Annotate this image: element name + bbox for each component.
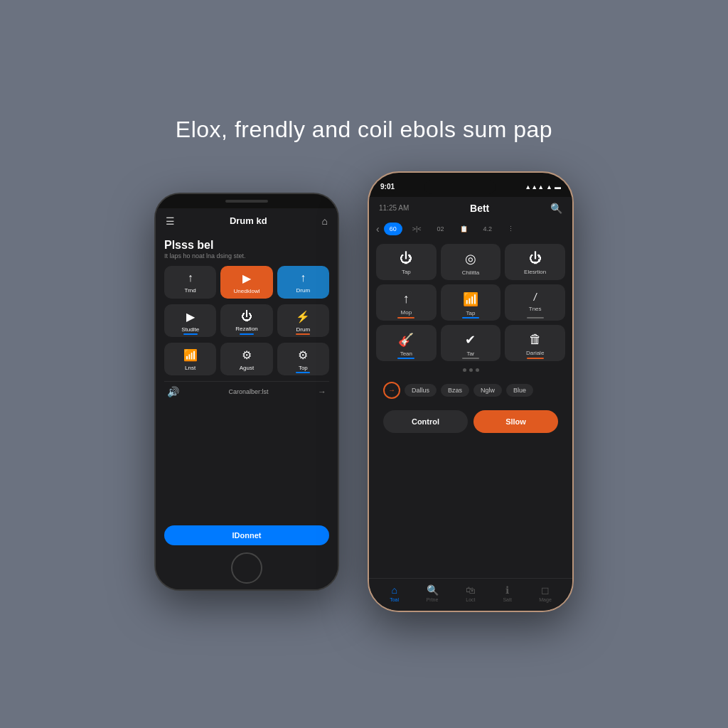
nav-loct[interactable]: 🛍 Loct	[466, 584, 476, 602]
tile-rezation[interactable]: ⏻ Rezation	[220, 304, 272, 337]
p2-tile-tar[interactable]: ✔ Tar	[441, 325, 501, 361]
tile-drum1[interactable]: ↑ Drum	[277, 266, 329, 299]
nav-satt[interactable]: ℹ Satt	[503, 584, 511, 602]
settings-label: Caronalber:lst	[228, 388, 268, 395]
tile-lnst-icon: 📶	[183, 348, 198, 362]
filter-arrow-button[interactable]: →	[383, 382, 400, 399]
tile-studlte-label: Studlte	[181, 326, 199, 333]
p2-tap1-icon: ⏻	[400, 251, 412, 266]
p2-tap2-label: Tap	[466, 310, 476, 316]
phone2-search-button[interactable]: 🔍	[550, 203, 562, 214]
tile-top-label: Top	[299, 365, 308, 371]
p2-tile-tap2[interactable]: 📶 Tap	[441, 284, 501, 321]
p2-tar-underline	[462, 358, 479, 359]
tile-drum1-label: Drum	[296, 287, 311, 294]
p2-tap1-label: Tap	[402, 269, 411, 275]
filter-bzas[interactable]: Bzas	[441, 384, 469, 397]
wifi-icon: ▲	[546, 183, 552, 191]
nav-satt-icon: ℹ	[505, 584, 509, 596]
tile-rezation-label: Rezation	[235, 326, 258, 332]
p2-elesrtion-label: Elesrtion	[524, 269, 546, 275]
p2-tean-underline	[397, 358, 414, 359]
tab-42[interactable]: 4.2	[478, 223, 498, 235]
battery-icon: ▬	[555, 183, 561, 191]
phone2-tabs: ‹ 60 >|< 02 📋 4.2 ⋮	[369, 220, 572, 238]
tile-unedklowl[interactable]: ▶ Unedklowl	[220, 266, 272, 299]
p2-tar-label: Tar	[466, 350, 474, 357]
p2-tile-elesrtion[interactable]: ⏻ Elesrtion	[505, 244, 565, 280]
phone1-heading: Plsss bel	[164, 238, 329, 252]
tab-back[interactable]: ‹	[376, 223, 380, 235]
phone1-tiles-row3: 📶 Lnst ⚙ Agust ⚙ Top	[164, 343, 329, 375]
settings-row: 🔊 Caronalber:lst →	[164, 381, 329, 402]
p2-tile-tean[interactable]: 🎸 Tean	[376, 325, 437, 361]
phone1-home-button[interactable]	[231, 552, 262, 584]
home-icon[interactable]: ⌂	[322, 215, 328, 227]
p2-tile-tap1[interactable]: ⏻ Tap	[376, 244, 437, 280]
tab-60[interactable]: 60	[384, 223, 402, 235]
tab-more[interactable]: ⋮	[502, 223, 520, 235]
p2-tap2-icon: 📶	[463, 291, 478, 307]
tile-studlte[interactable]: ▶ Studlte	[164, 304, 216, 337]
p2-dariale-label: Dariale	[526, 350, 544, 356]
tab-split[interactable]: >|<	[407, 223, 427, 235]
tile-trnd[interactable]: ↑ Trnd	[164, 266, 216, 299]
tile-drum2[interactable]: ⚡ Drum	[277, 304, 329, 337]
tile-top-underline	[296, 372, 310, 373]
p2-chilitta-icon: ◎	[465, 251, 476, 267]
phone2-filter-row: → Dallus Bzas Nglw Blue	[376, 379, 565, 402]
tile-lnst[interactable]: 📶 Lnst	[164, 343, 216, 375]
p2-tile-tnes[interactable]: / Tnes	[505, 284, 565, 321]
phone1-screen: ☰ Drum kd ⌂ Plsss bel It laps ho noat ln…	[156, 208, 338, 589]
tile-top[interactable]: ⚙ Top	[277, 343, 329, 375]
signal-icon: ▲▲▲	[525, 183, 544, 191]
show-button[interactable]: Sllow	[473, 410, 558, 433]
settings-arrow-icon[interactable]: →	[318, 387, 326, 397]
menu-icon[interactable]: ☰	[166, 215, 175, 227]
phone1-tiles-row1: ↑ Trnd ▶ Unedklowl ↑ Drum	[164, 266, 329, 299]
p2-elesrtion-icon: ⏻	[529, 251, 542, 266]
p2-tile-mop[interactable]: ↑ Mop	[376, 284, 437, 321]
tab-02[interactable]: 02	[432, 223, 450, 235]
dot-2	[469, 368, 473, 372]
tile-lnst-label: Lnst	[185, 365, 196, 371]
nav-loct-label: Loct	[466, 597, 475, 602]
nav-toal-icon: ⌂	[391, 584, 397, 596]
p2-tile-chilitta[interactable]: ◎ Chilitta	[441, 244, 501, 280]
filter-blue[interactable]: Blue	[506, 384, 533, 397]
tile-drum2-icon: ⚡	[296, 310, 310, 323]
tab-clip[interactable]: 📋	[454, 223, 473, 235]
nav-toal-label: Toal	[390, 597, 399, 602]
p2-mop-underline	[397, 317, 414, 318]
tile-trnd-label: Trnd	[185, 287, 196, 294]
phone1-nav-title: Drum kd	[230, 215, 267, 226]
p2-mop-icon: ↑	[403, 291, 410, 306]
phone2-tiles-row2: ↑ Mop 📶 Tap / Tnes	[376, 284, 565, 321]
connect-button[interactable]: IDonnet	[164, 525, 329, 545]
filter-nglw[interactable]: Nglw	[473, 384, 502, 397]
phone1-speaker	[225, 200, 268, 203]
tile-agust[interactable]: ⚙ Agust	[220, 343, 272, 375]
phone2-top-title: Bett	[470, 203, 489, 214]
dot-3	[476, 368, 479, 372]
phone1: ☰ Drum kd ⌂ Plsss bel It laps ho noat ln…	[154, 193, 339, 591]
p2-tean-label: Tean	[400, 350, 412, 357]
nav-prtne[interactable]: 🔍 Prtne	[427, 584, 439, 602]
settings-volume-icon: 🔊	[167, 386, 179, 397]
phone2-bottom-nav: ⌂ Toal 🔍 Prtne 🛍 Loct ℹ Satt ◻ Mage	[369, 578, 572, 611]
p2-tile-dariale[interactable]: 🗑 Dariale	[505, 325, 565, 361]
control-button[interactable]: Control	[383, 410, 468, 433]
dot-1	[463, 368, 466, 372]
tile-unedklowl-icon: ▶	[242, 272, 251, 285]
nav-mage[interactable]: ◻ Mage	[539, 584, 552, 602]
filter-dallus[interactable]: Dallus	[405, 384, 437, 397]
phone2-time: 9:01	[380, 183, 395, 191]
nav-prtne-label: Prtne	[427, 597, 439, 602]
nav-toal[interactable]: ⌂ Toal	[390, 584, 399, 602]
tile-studlte-icon: ▶	[186, 310, 195, 323]
phones-container: ☰ Drum kd ⌂ Plsss bel It laps ho noat ln…	[154, 171, 574, 612]
phone2-tiles-row1: ⏻ Tap ◎ Chilitta ⏻ Elesrtion	[376, 244, 565, 280]
phone2-tiles-row3: 🎸 Tean ✔ Tar 🗑 Dariale	[376, 325, 565, 361]
page-title: Elox, frendly and coil ebols sum pap	[176, 117, 552, 143]
tile-studlte-underline	[183, 333, 198, 335]
